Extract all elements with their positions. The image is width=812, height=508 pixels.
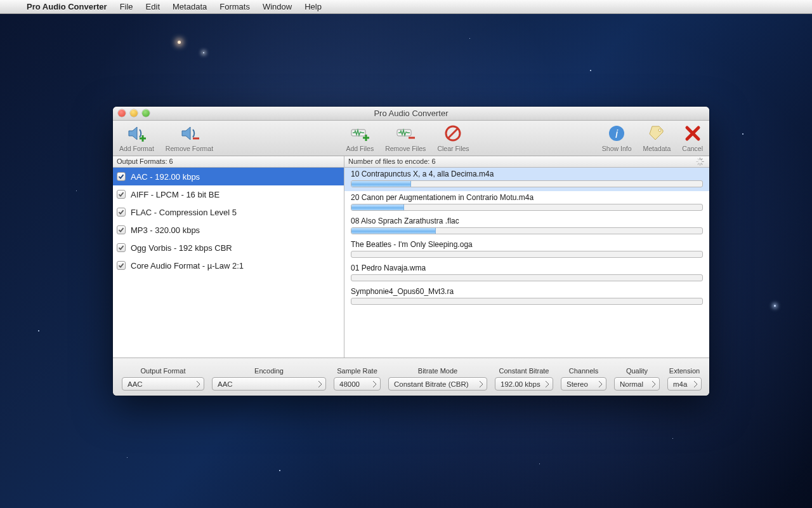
setting-label: Extension	[669, 367, 700, 375]
progress-fill	[351, 204, 404, 210]
menu-file[interactable]: File	[114, 2, 140, 11]
format-row[interactable]: Core Audio Format - µ-Law 2:1	[113, 257, 344, 274]
menu-formats[interactable]: Formats	[213, 2, 256, 11]
info-icon: i	[606, 123, 627, 144]
progress-fill	[351, 181, 411, 187]
setting-label: Encoding	[254, 367, 284, 375]
close-window-button[interactable]	[118, 109, 126, 117]
sample-rate-select[interactable]: 48000	[334, 377, 381, 391]
format-checkbox[interactable]	[117, 172, 126, 181]
encoding-select[interactable]: AAC	[212, 377, 326, 391]
progress-fill	[351, 228, 436, 234]
format-label: MP3 - 320.00 kbps	[131, 225, 200, 235]
add-files-button[interactable]: Add Files	[346, 123, 374, 152]
setting-label: Constant Bitrate	[499, 367, 549, 375]
format-row[interactable]: Ogg Vorbis - 192 kbps CBR	[113, 239, 344, 257]
bitrate-mode-select[interactable]: Constant Bitrate (CBR)	[388, 377, 487, 391]
menu-metadata[interactable]: Metadata	[166, 2, 213, 11]
cancel-x-icon	[683, 123, 703, 144]
menu-edit[interactable]: Edit	[140, 2, 166, 11]
output-format-select[interactable]: AAC	[122, 377, 204, 391]
file-name: 20 Canon per Augmentationem in Contrario…	[351, 193, 703, 202]
menu-window[interactable]: Window	[256, 2, 298, 11]
file-row[interactable]: Symphonie4_Opus60_Mvt3.ra	[344, 285, 709, 309]
file-name: 10 Contrapunctus X, a 4, alla Decima.m4a	[351, 170, 703, 178]
toolbar-label: Add Files	[346, 145, 374, 152]
setting-label: Output Format	[141, 367, 186, 375]
metadata-button[interactable]: Metadata	[643, 123, 671, 152]
format-checkbox[interactable]	[117, 190, 126, 199]
formats-header: Output Formats: 6	[113, 156, 344, 167]
progress-bar	[351, 274, 703, 281]
window-title: Pro Audio Converter	[374, 109, 448, 118]
toolbar-label: Clear Files	[437, 145, 469, 152]
channels-select[interactable]: Stereo	[561, 377, 606, 391]
file-name: 08 Also Sprach Zarathustra .flac	[351, 217, 703, 225]
extension-select[interactable]: m4a	[667, 377, 702, 391]
tag-icon	[646, 123, 667, 144]
file-row[interactable]: 08 Also Sprach Zarathustra .flac	[344, 215, 709, 238]
progress-bar	[351, 298, 703, 305]
clear-files-button[interactable]: Clear Files	[437, 123, 469, 152]
svg-line-22	[698, 159, 698, 160]
formats-list[interactable]: AAC - 192.00 kbpsAIFF - LPCM - 16 bit BE…	[113, 168, 344, 358]
constant-bitrate-select[interactable]: 192.00 kbps	[495, 377, 553, 391]
file-name: The Beatles - I'm Only Sleeping.oga	[351, 240, 703, 249]
format-row[interactable]: MP3 - 320.00 kbps	[113, 221, 344, 239]
window-titlebar[interactable]: Pro Audio Converter	[113, 107, 709, 121]
show-info-button[interactable]: i Show Info	[602, 123, 632, 152]
quality-select[interactable]: Normal	[614, 377, 660, 391]
prohibit-icon	[443, 123, 463, 144]
setting-label: Quality	[626, 367, 648, 375]
format-label: AIFF - LPCM - 16 bit BE	[131, 190, 219, 199]
file-row[interactable]: 01 Pedro Navaja.wma	[344, 262, 709, 285]
settings-bar: Output Format AAC Encoding AAC Sample Ra…	[113, 358, 709, 396]
file-row[interactable]: 20 Canon per Augmentationem in Contrario…	[344, 191, 709, 215]
files-header: Number of files to encode: 6	[344, 156, 709, 167]
file-name: 01 Pedro Navaja.wma	[351, 264, 703, 272]
format-label: Ogg Vorbis - 192 kbps CBR	[131, 243, 232, 253]
column-headers: Output Formats: 6 Number of files to enc…	[113, 156, 709, 168]
add-format-button[interactable]: Add Format	[119, 123, 154, 152]
progress-bar	[351, 251, 703, 258]
toolbar-label: Metadata	[643, 145, 671, 152]
toolbar-label: Show Info	[602, 145, 632, 152]
speaker-plus-icon	[126, 123, 147, 144]
toolbar-label: Add Format	[119, 145, 154, 152]
progress-bar	[351, 180, 703, 187]
format-checkbox[interactable]	[117, 243, 126, 252]
waveform-plus-icon	[350, 123, 370, 144]
remove-files-button[interactable]: Remove Files	[385, 123, 426, 152]
toolbar: Add Format Remove Format Add Files	[113, 121, 709, 156]
cancel-button[interactable]: Cancel	[682, 123, 703, 152]
file-row[interactable]: The Beatles - I'm Only Sleeping.oga	[344, 238, 709, 262]
format-row[interactable]: AAC - 192.00 kbps	[113, 168, 344, 185]
menubar-app-name[interactable]: Pro Audio Converter	[20, 2, 114, 11]
file-name: Symphonie4_Opus60_Mvt3.ra	[351, 287, 703, 296]
format-checkbox[interactable]	[117, 261, 126, 270]
format-checkbox[interactable]	[117, 225, 126, 234]
format-label: Core Audio Format - µ-Law 2:1	[131, 261, 244, 271]
progress-bar	[351, 227, 703, 234]
format-label: FLAC - Compression Level 5	[131, 208, 237, 217]
progress-bar	[351, 204, 703, 211]
setting-label: Bitrate Mode	[418, 367, 457, 375]
format-row[interactable]: FLAC - Compression Level 5	[113, 203, 344, 221]
format-row[interactable]: AIFF - LPCM - 16 bit BE	[113, 185, 344, 203]
toolbar-label: Cancel	[682, 145, 703, 152]
format-checkbox[interactable]	[117, 208, 126, 217]
svg-line-9	[448, 128, 458, 138]
macos-menubar: Pro Audio Converter File Edit Metadata F…	[0, 0, 812, 14]
speaker-minus-icon	[180, 123, 200, 144]
zoom-window-button[interactable]	[142, 109, 150, 117]
activity-spinner-icon	[696, 157, 704, 166]
remove-format-button[interactable]: Remove Format	[166, 123, 213, 152]
svg-line-20	[698, 163, 698, 164]
toolbar-label: Remove Format	[166, 145, 213, 152]
file-row[interactable]: 10 Contrapunctus X, a 4, alla Decima.m4a	[344, 168, 709, 191]
files-list[interactable]: 10 Contrapunctus X, a 4, alla Decima.m4a…	[344, 168, 709, 358]
minimize-window-button[interactable]	[130, 109, 138, 117]
svg-line-16	[701, 159, 702, 160]
setting-label: Sample Rate	[337, 367, 377, 375]
menu-help[interactable]: Help	[298, 2, 328, 11]
